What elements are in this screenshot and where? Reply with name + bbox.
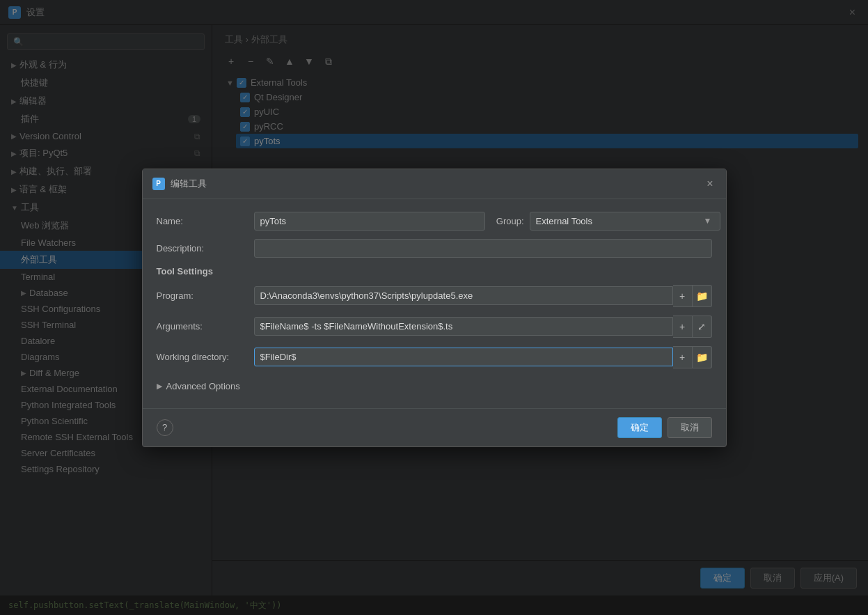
modal-ok-button[interactable]: 确定 xyxy=(617,417,662,438)
advanced-options-label: Advanced Options xyxy=(166,381,240,391)
program-input-group: + 📁 xyxy=(254,285,712,307)
arguments-input-group: + ⤢ xyxy=(254,316,712,338)
working-dir-row: Working directory: + 📁 xyxy=(157,346,712,368)
arguments-input[interactable] xyxy=(254,317,673,336)
program-label: Program: xyxy=(157,290,254,301)
modal-icon: P xyxy=(152,178,165,190)
program-input[interactable] xyxy=(254,286,673,305)
description-label: Description: xyxy=(157,243,254,254)
modal-close-button[interactable]: × xyxy=(704,176,716,192)
name-group-row: Name: Group: External Tools ▼ xyxy=(157,212,712,231)
help-button[interactable]: ? xyxy=(157,419,173,436)
advanced-arrow-icon: ▶ xyxy=(157,382,162,391)
program-row: Program: + 📁 xyxy=(157,285,712,307)
working-dir-input-group: + 📁 xyxy=(254,346,712,368)
arguments-label: Arguments: xyxy=(157,321,254,332)
description-row: Description: xyxy=(157,239,712,258)
modal-cancel-button[interactable]: 取消 xyxy=(668,417,712,438)
group-select-wrap: External Tools ▼ xyxy=(530,212,712,231)
description-input[interactable] xyxy=(254,239,712,258)
working-dir-add-macro-button[interactable]: + xyxy=(673,346,693,368)
program-browse-button[interactable]: 📁 xyxy=(693,285,712,307)
program-add-macro-button[interactable]: + xyxy=(673,285,693,307)
working-dir-browse-button[interactable]: 📁 xyxy=(693,346,712,368)
name-label: Name: xyxy=(157,216,254,226)
working-dir-label: Working directory: xyxy=(157,352,254,362)
modal-body: Name: Group: External Tools ▼ Descriptio… xyxy=(143,199,726,408)
edit-tool-modal: P 编辑工具 × Name: Group: External Tools ▼ xyxy=(142,169,727,447)
arguments-row: Arguments: + ⤢ xyxy=(157,316,712,338)
modal-title-bar: P 编辑工具 × xyxy=(143,169,726,199)
modal-footer-buttons: 确定 取消 xyxy=(617,417,712,438)
group-select[interactable]: External Tools xyxy=(530,212,720,231)
working-dir-input[interactable] xyxy=(254,348,673,366)
arguments-add-macro-button[interactable]: + xyxy=(673,316,693,338)
group-label: Group: xyxy=(496,216,524,226)
modal-title: 编辑工具 xyxy=(171,178,207,190)
arguments-expand-button[interactable]: ⤢ xyxy=(693,316,712,338)
tool-settings-section-title: Tool Settings xyxy=(157,266,712,277)
modal-overlay: P 编辑工具 × Name: Group: External Tools ▼ xyxy=(0,0,868,615)
main-window: P 设置 × ▶ 外观 & 行为 快捷键 ▶ 编辑器 插件 1 xyxy=(0,0,868,615)
advanced-options-row[interactable]: ▶ Advanced Options xyxy=(157,377,712,396)
modal-footer: ? 确定 取消 xyxy=(143,408,726,446)
name-input[interactable] xyxy=(254,212,485,231)
